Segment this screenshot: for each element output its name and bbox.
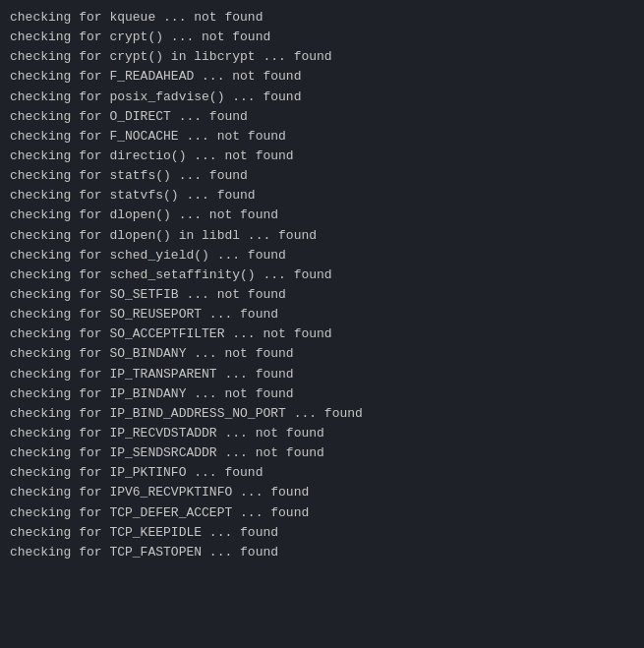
- terminal-line: checking for statvfs() ... found: [10, 186, 634, 206]
- terminal-line: checking for posix_fadvise() ... found: [10, 88, 634, 107]
- terminal-line: checking for SO_ACCEPTFILTER ... not fou…: [10, 324, 634, 344]
- terminal-line: checking for TCP_KEEPIDLE ... found: [10, 523, 634, 543]
- terminal-line: checking for IPV6_RECVPKTINFO ... found: [10, 483, 634, 502]
- terminal-line: checking for kqueue ... not found: [10, 8, 634, 28]
- terminal-line: checking for F_READAHEAD ... not found: [10, 67, 634, 87]
- terminal-line: checking for statfs() ... found: [10, 166, 634, 186]
- terminal-line: checking for sched_yield() ... found: [10, 246, 634, 265]
- terminal-line: checking for crypt() ... not found: [10, 28, 634, 47]
- terminal-line: checking for F_NOCACHE ... not found: [10, 127, 634, 147]
- terminal-line: checking for SO_REUSEPORT ... found: [10, 305, 634, 324]
- terminal-line: checking for O_DIRECT ... found: [10, 107, 634, 127]
- terminal-line: checking for TCP_DEFER_ACCEPT ... found: [10, 503, 634, 523]
- terminal-line: checking for directio() ... not found: [10, 147, 634, 166]
- terminal-output: checking for kqueue ... not foundcheckin…: [10, 8, 634, 562]
- terminal-line: checking for TCP_FASTOPEN ... found: [10, 543, 634, 562]
- terminal-line: checking for IP_TRANSPARENT ... found: [10, 365, 634, 384]
- terminal-line: checking for IP_BINDANY ... not found: [10, 384, 634, 404]
- terminal-line: checking for dlopen() ... not found: [10, 206, 634, 225]
- terminal-line: checking for IP_SENDSRCADDR ... not foun…: [10, 443, 634, 463]
- terminal-line: checking for SO_BINDANY ... not found: [10, 344, 634, 364]
- terminal-line: checking for IP_RECVDSTADDR ... not foun…: [10, 424, 634, 443]
- terminal-line: checking for crypt() in libcrypt ... fou…: [10, 47, 634, 67]
- terminal-line: checking for sched_setaffinity() ... fou…: [10, 265, 634, 285]
- terminal-line: checking for dlopen() in libdl ... found: [10, 226, 634, 246]
- terminal-line: checking for SO_SETFIB ... not found: [10, 285, 634, 305]
- terminal-line: checking for IP_PKTINFO ... found: [10, 463, 634, 483]
- terminal-line: checking for IP_BIND_ADDRESS_NO_PORT ...…: [10, 404, 634, 424]
